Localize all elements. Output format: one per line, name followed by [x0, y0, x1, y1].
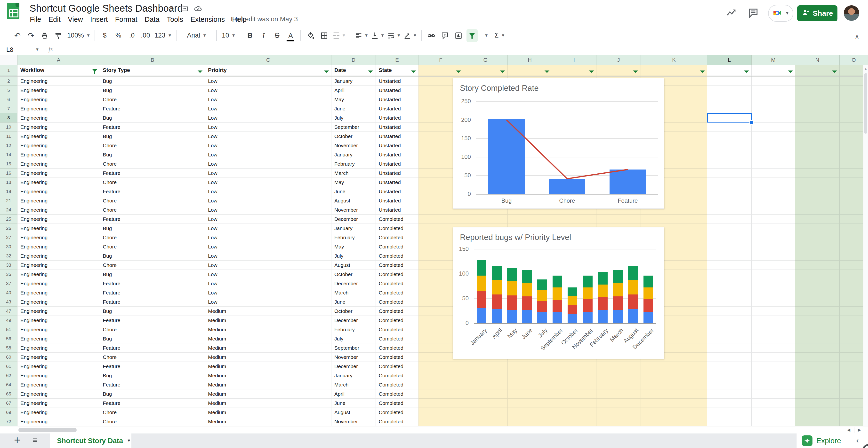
cell-B12[interactable]: Chore — [100, 141, 205, 150]
cell-L64[interactable] — [707, 380, 752, 389]
cell-L61[interactable] — [707, 362, 752, 371]
number-format-select[interactable]: 123▼ — [153, 29, 172, 42]
cell-L51[interactable] — [707, 325, 752, 334]
cell-E5[interactable]: Unstarted — [376, 86, 418, 95]
zoom-select[interactable]: 100%▼ — [66, 29, 90, 42]
cell-E72[interactable]: Completed — [376, 417, 418, 426]
cell-J67[interactable] — [596, 399, 641, 408]
cell-B43[interactable]: Feature — [100, 297, 205, 307]
cell-B21[interactable]: Chore — [100, 196, 205, 205]
cell-D16[interactable]: March — [332, 169, 376, 178]
cell-D40[interactable]: March — [332, 288, 376, 297]
cell-M8[interactable] — [752, 113, 795, 123]
cell-F67[interactable] — [418, 399, 463, 408]
cell-G64[interactable] — [463, 380, 508, 389]
row-header-11[interactable]: 11 — [0, 132, 18, 141]
cell-N27[interactable] — [795, 233, 840, 242]
cell-E2[interactable]: Unstarted — [376, 76, 418, 86]
add-sheet-button[interactable]: + — [14, 434, 20, 446]
cell-K62[interactable] — [641, 371, 707, 380]
cell-A60[interactable]: Engineering — [18, 353, 100, 362]
filter-button-icon[interactable] — [744, 67, 749, 73]
insert-comment-button[interactable] — [439, 29, 451, 42]
cell-B69[interactable]: Chore — [100, 408, 205, 417]
cell-M67[interactable] — [752, 399, 795, 408]
cell-C62[interactable]: Medium — [205, 371, 332, 380]
cell-H69[interactable] — [508, 408, 552, 417]
cell-B26[interactable]: Bug — [100, 224, 205, 233]
cell-L11[interactable] — [707, 132, 752, 141]
cell-A5[interactable]: Engineering — [18, 86, 100, 95]
cell-L49[interactable] — [707, 316, 752, 325]
filter-button-icon[interactable] — [323, 67, 329, 73]
column-header-G[interactable]: G — [463, 55, 508, 65]
row-header-51[interactable]: 51 — [0, 325, 18, 334]
cell-A11[interactable]: Engineering — [18, 132, 100, 141]
filter-button-icon[interactable] — [787, 67, 793, 73]
menu-view[interactable]: View — [64, 14, 87, 25]
cell-N47[interactable] — [795, 307, 840, 316]
cell-B37[interactable]: Feature — [100, 279, 205, 288]
cell-C24[interactable]: Low — [205, 205, 332, 214]
cell-N12[interactable] — [795, 141, 840, 150]
redo-button[interactable]: ↷ — [26, 29, 37, 42]
cell-E47[interactable]: Completed — [376, 307, 418, 316]
cell-A21[interactable]: Engineering — [18, 196, 100, 205]
cell-N60[interactable] — [795, 353, 840, 362]
header-cell-i[interactable] — [552, 65, 596, 76]
row-header-67[interactable]: 67 — [0, 399, 18, 408]
create-filter-button[interactable] — [466, 29, 478, 42]
cell-H25[interactable] — [508, 214, 552, 224]
cell-A56[interactable]: Engineering — [18, 334, 100, 343]
collapse-panel-icon[interactable]: ‹ — [856, 436, 859, 445]
cell-L18[interactable] — [707, 178, 752, 187]
column-header-N[interactable]: N — [795, 55, 840, 65]
horizontal-align-button[interactable]: ▼ — [354, 29, 368, 42]
row-header-40[interactable]: 40 — [0, 288, 18, 297]
cell-B6[interactable]: Chore — [100, 95, 205, 104]
vertical-scrollbar[interactable]: ▲ — [863, 65, 868, 426]
row-header-43[interactable]: 43 — [0, 297, 18, 307]
cell-C30[interactable]: Low — [205, 242, 332, 251]
cell-L58[interactable] — [707, 343, 752, 353]
cell-M49[interactable] — [752, 316, 795, 325]
cell-E15[interactable]: Unstarted — [376, 159, 418, 169]
cell-C11[interactable]: Low — [205, 132, 332, 141]
cell-G62[interactable] — [463, 371, 508, 380]
cell-C61[interactable]: Medium — [205, 362, 332, 371]
hscroll-thumb[interactable] — [19, 428, 76, 432]
cell-C56[interactable]: Medium — [205, 334, 332, 343]
column-header-H[interactable]: H — [508, 55, 552, 65]
row-header-26[interactable]: 26 — [0, 224, 18, 233]
cell-N33[interactable] — [795, 261, 840, 270]
cell-A67[interactable]: Engineering — [18, 399, 100, 408]
insert-link-button[interactable] — [426, 29, 437, 42]
cell-M11[interactable] — [752, 132, 795, 141]
cell-B56[interactable]: Bug — [100, 334, 205, 343]
cell-M12[interactable] — [752, 141, 795, 150]
cell-G65[interactable] — [463, 389, 508, 399]
menu-edit[interactable]: Edit — [45, 14, 64, 25]
cell-M21[interactable] — [752, 196, 795, 205]
cell-C40[interactable]: Low — [205, 288, 332, 297]
cell-A47[interactable]: Engineering — [18, 307, 100, 316]
cell-E49[interactable]: Completed — [376, 316, 418, 325]
cell-A40[interactable]: Engineering — [18, 288, 100, 297]
cell-L27[interactable] — [707, 233, 752, 242]
cell-J72[interactable] — [596, 417, 641, 426]
cell-M30[interactable] — [752, 242, 795, 251]
cell-M72[interactable] — [752, 417, 795, 426]
row-header-15[interactable]: 15 — [0, 159, 18, 169]
functions-button[interactable]: Σ▼ — [494, 29, 505, 42]
cell-N69[interactable] — [795, 408, 840, 417]
cell-M10[interactable] — [752, 123, 795, 132]
cell-L37[interactable] — [707, 279, 752, 288]
menu-data[interactable]: Data — [141, 14, 163, 25]
filter-button-icon[interactable] — [368, 67, 374, 73]
cell-H62[interactable] — [508, 371, 552, 380]
horizontal-scrollbar[interactable]: ◀ ▶ — [0, 426, 868, 434]
scroll-up-icon[interactable]: ▲ — [864, 67, 867, 70]
cell-I61[interactable] — [552, 362, 596, 371]
cell-N5[interactable] — [795, 86, 840, 95]
cell-E43[interactable]: Completed — [376, 297, 418, 307]
